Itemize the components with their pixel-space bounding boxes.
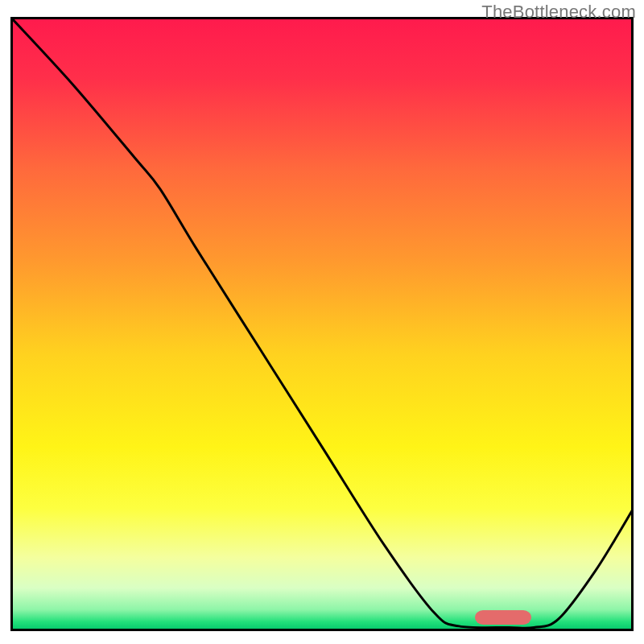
watermark-text: TheBottleneck.com bbox=[481, 2, 636, 23]
chart-svg bbox=[0, 0, 644, 644]
gradient-fill bbox=[10, 17, 634, 631]
marker-pill bbox=[475, 610, 531, 625]
chart-stage: TheBottleneck.com bbox=[0, 0, 644, 644]
